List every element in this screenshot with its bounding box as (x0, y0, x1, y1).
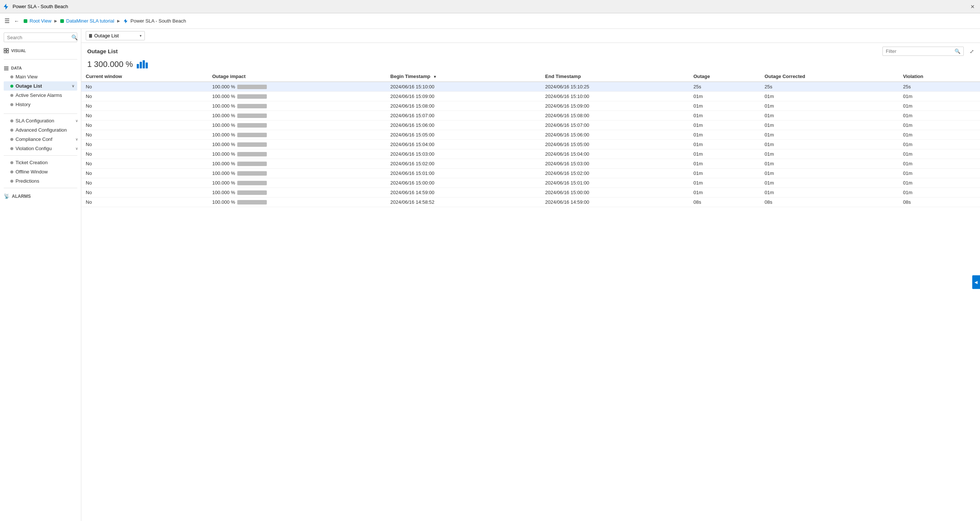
sidebar-item-ticket-creation[interactable]: Ticket Creation (4, 158, 81, 167)
content-toolbar: Outage List ▾ (81, 29, 980, 43)
right-panel-tab[interactable]: ◀ (972, 275, 980, 289)
big-number: 1 300.000 % (87, 59, 133, 69)
close-button[interactable]: ✕ (968, 3, 977, 10)
impact-value: 100.000 % (212, 94, 235, 99)
expand-icon[interactable]: ⤢ (970, 48, 974, 54)
impact-value: 100.000 % (212, 190, 235, 195)
cell-0: No (81, 150, 208, 159)
table-row[interactable]: No100.000 %2024/06/16 15:08:002024/06/16… (81, 101, 980, 111)
active-alarms-dot (10, 94, 13, 97)
chart-bar (137, 64, 139, 69)
cell-2: 2024/06/16 15:03:00 (386, 150, 541, 159)
impact-bar-cell: 100.000 % (208, 121, 386, 130)
search-icon[interactable]: 🔍 (71, 34, 78, 40)
cell-4: 25s (689, 82, 760, 92)
cell-3: 2024/06/16 15:06:00 (541, 130, 689, 140)
col-begin-timestamp[interactable]: Begin Timestamp ▼ (386, 72, 541, 82)
app-icon (3, 3, 10, 10)
sidebar-item-outage-list[interactable]: Outage List ∨ (4, 81, 77, 91)
sidebar-search-box[interactable]: 🔍 (4, 33, 77, 42)
impact-bar-cell: 100.000 % (208, 130, 386, 140)
table-row[interactable]: No100.000 %2024/06/16 15:07:002024/06/16… (81, 111, 980, 121)
cell-0: No (81, 130, 208, 140)
svg-rect-0 (4, 48, 6, 50)
cell-0: No (81, 169, 208, 178)
cell-6: 01m (899, 188, 980, 198)
content-area: Outage List ▾ Outage List 🔍 ⤢ 1 300.000 … (81, 29, 980, 521)
sidebar-item-main-view[interactable]: Main View (4, 72, 77, 81)
violation-config-dot (10, 147, 13, 150)
impact-bar-cell: 100.000 % (208, 178, 386, 188)
cell-4: 01m (689, 92, 760, 101)
impact-bar-cell: 100.000 % (208, 169, 386, 178)
cell-3: 2024/06/16 15:04:00 (541, 150, 689, 159)
cell-3: 2024/06/16 15:10:25 (541, 82, 689, 92)
search-input[interactable] (7, 35, 69, 40)
table-row[interactable]: No100.000 %2024/06/16 15:10:002024/06/16… (81, 82, 980, 92)
filter-input[interactable] (886, 48, 952, 54)
cell-6: 01m (899, 159, 980, 169)
sidebar-item-active-alarms[interactable]: Active Service Alarms (4, 91, 77, 100)
main-view-dot (10, 75, 13, 78)
cell-3: 2024/06/16 15:07:00 (541, 121, 689, 130)
impact-bar-cell: 100.000 % (208, 82, 386, 92)
table-row[interactable]: No100.000 %2024/06/16 14:58:522024/06/16… (81, 198, 980, 207)
breadcrumb-current: Power SLA - South Beach (123, 18, 186, 24)
svg-rect-3 (6, 51, 8, 53)
cell-5: 08s (760, 198, 899, 207)
hamburger-menu[interactable]: ☰ (5, 18, 10, 24)
sidebar-item-sla-config[interactable]: SLA Configuration ∨ (4, 116, 81, 125)
impact-value: 100.000 % (212, 180, 235, 186)
cell-3: 2024/06/16 14:59:00 (541, 198, 689, 207)
cell-4: 01m (689, 111, 760, 121)
filter-box[interactable]: 🔍 (883, 46, 964, 56)
table-row[interactable]: No100.000 %2024/06/16 15:05:002024/06/16… (81, 130, 980, 140)
chart-icon[interactable] (137, 60, 148, 69)
cell-3: 2024/06/16 15:01:00 (541, 178, 689, 188)
visual-section-title[interactable]: VISUAL (4, 46, 77, 55)
data-section-title[interactable]: DATA (4, 64, 77, 72)
cell-6: 01m (899, 101, 980, 111)
divider-2 (4, 113, 77, 114)
main-layout: 🔍 VISUAL DATA (0, 29, 980, 521)
svg-rect-4 (4, 67, 8, 67)
cell-6: 01m (899, 169, 980, 178)
sidebar-item-offline-window[interactable]: Offline Window (4, 167, 81, 176)
table-row[interactable]: No100.000 %2024/06/16 15:09:002024/06/16… (81, 92, 980, 101)
cell-5: 01m (760, 121, 899, 130)
alarms-section[interactable]: 📡 ALARMS (0, 190, 81, 202)
chart-bar (146, 62, 148, 69)
cell-6: 25s (899, 82, 980, 92)
svg-rect-6 (4, 70, 8, 70)
table-row[interactable]: No100.000 %2024/06/16 15:01:002024/06/16… (81, 169, 980, 178)
table-row[interactable]: No100.000 %2024/06/16 15:00:002024/06/16… (81, 178, 980, 188)
col-end-timestamp: End Timestamp (541, 72, 689, 82)
breadcrumb-dataminer[interactable]: DataMiner SLA tutorial (60, 18, 114, 24)
sidebar-item-compliance-conf[interactable]: Compliance Conf ∨ (4, 135, 81, 144)
view-dropdown[interactable]: Outage List ▾ (86, 31, 145, 40)
table-row[interactable]: No100.000 %2024/06/16 15:06:002024/06/16… (81, 121, 980, 130)
sidebar-item-violation-config[interactable]: Violation Configu ∨ (4, 144, 81, 153)
table-row[interactable]: No100.000 %2024/06/16 15:03:002024/06/16… (81, 150, 980, 159)
cell-3: 2024/06/16 15:03:00 (541, 159, 689, 169)
sidebar-item-predictions[interactable]: Predictions (4, 176, 81, 186)
sidebar-item-advanced-config[interactable]: Advanced Configuration (4, 125, 81, 135)
cell-2: 2024/06/16 15:04:00 (386, 140, 541, 150)
table-row[interactable]: No100.000 %2024/06/16 14:59:002024/06/16… (81, 188, 980, 198)
col-outage-corrected: Outage Corrected (760, 72, 899, 82)
sidebar-item-history[interactable]: History (4, 100, 77, 109)
back-button[interactable]: ← (14, 18, 19, 24)
divider-1 (4, 59, 77, 59)
breadcrumb: Root View ▶ DataMiner SLA tutorial ▶ Pow… (24, 18, 186, 24)
chevron-down-icon: ▾ (140, 33, 142, 38)
cell-0: No (81, 198, 208, 207)
impact-bar-cell: 100.000 % (208, 150, 386, 159)
table-row[interactable]: No100.000 %2024/06/16 15:04:002024/06/16… (81, 140, 980, 150)
table-row[interactable]: No100.000 %2024/06/16 15:02:002024/06/16… (81, 159, 980, 169)
compliance-conf-dot (10, 138, 13, 141)
data-table-wrap: Current window Outage impact Begin Times… (81, 72, 980, 521)
breadcrumb-root[interactable]: Root View (24, 18, 51, 24)
dataminer-indicator (60, 19, 64, 23)
impact-bar-cell: 100.000 % (208, 198, 386, 207)
filter-search-icon[interactable]: 🔍 (955, 48, 961, 54)
